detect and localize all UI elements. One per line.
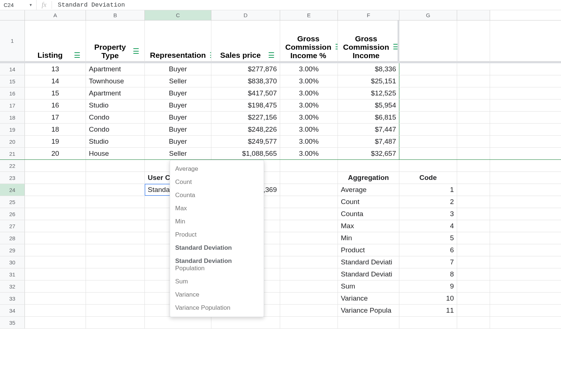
cell-aggregation[interactable] <box>338 317 399 328</box>
cell-sales-price[interactable]: $227,156 <box>211 112 280 123</box>
cell[interactable] <box>457 293 490 304</box>
row-header[interactable]: 31 <box>0 268 25 280</box>
cell-aggregation[interactable]: Max <box>338 220 399 232</box>
cell-code[interactable]: 11 <box>399 305 457 316</box>
col-header-A[interactable]: A <box>25 10 86 20</box>
cell[interactable] <box>86 160 145 172</box>
cell[interactable] <box>86 305 145 316</box>
cell-code[interactable]: 10 <box>399 293 457 304</box>
col-header-B[interactable]: B <box>86 10 145 20</box>
row-header[interactable]: 32 <box>0 280 25 292</box>
cell-listing[interactable]: 15 <box>25 87 86 99</box>
cell-gci[interactable]: $5,954 <box>338 99 399 111</box>
row-header[interactable]: 15 <box>0 75 25 87</box>
cell-code[interactable]: 2 <box>399 196 457 208</box>
col-header-F[interactable]: F <box>338 10 399 20</box>
col-header-D[interactable]: D <box>211 10 280 20</box>
cell-representation[interactable]: Buyer <box>145 136 211 147</box>
filter-icon[interactable]: ☰ <box>74 51 80 60</box>
cell[interactable] <box>457 184 490 196</box>
cell-aggregation[interactable]: Product <box>338 244 399 256</box>
row-header[interactable]: 33 <box>0 293 25 304</box>
cell-code[interactable]: 6 <box>399 244 457 256</box>
cell-representation[interactable]: Seller <box>145 75 211 87</box>
cell[interactable] <box>457 160 490 172</box>
cell[interactable] <box>399 87 457 99</box>
cell[interactable] <box>399 148 457 159</box>
dropdown-item[interactable]: Counta <box>170 189 264 202</box>
cell-property-type[interactable]: Apartment <box>86 63 145 75</box>
cell[interactable] <box>338 160 399 172</box>
cell[interactable] <box>25 232 86 244</box>
cell-sales-price[interactable]: $249,577 <box>211 136 280 147</box>
header-property-type[interactable]: Property Type☰ <box>86 20 145 61</box>
cell-listing[interactable]: 19 <box>25 136 86 147</box>
cell-representation[interactable]: Buyer <box>145 87 211 99</box>
dropdown-item[interactable]: Average <box>170 162 264 176</box>
select-all-corner[interactable] <box>0 10 25 20</box>
header-gci-pct[interactable]: Gross Commission Income %☰ <box>280 20 338 61</box>
cell-sales-price[interactable]: $277,876 <box>211 63 280 75</box>
cell-representation[interactable]: Buyer <box>145 99 211 111</box>
cell-gci[interactable]: $7,447 <box>338 124 399 135</box>
cell[interactable] <box>399 136 457 147</box>
cell[interactable] <box>280 184 338 196</box>
cell[interactable] <box>457 172 490 184</box>
dropdown-item[interactable]: Max <box>170 202 264 215</box>
filter-icon[interactable]: ☰ <box>268 51 275 60</box>
cell[interactable] <box>457 317 490 328</box>
header-sales-price[interactable]: Sales price☰ <box>211 20 280 61</box>
cell[interactable] <box>399 75 457 87</box>
cell-code[interactable]: 7 <box>399 256 457 268</box>
cell[interactable] <box>399 99 457 111</box>
row-header[interactable]: 34 <box>0 305 25 316</box>
cell-property-type[interactable]: Studio <box>86 136 145 147</box>
cell[interactable] <box>280 293 338 304</box>
cell[interactable] <box>86 172 145 184</box>
dropdown-item[interactable]: Standard Deviation Population <box>170 255 264 275</box>
cell-code[interactable]: 5 <box>399 232 457 244</box>
cell-sales-price[interactable]: $248,226 <box>211 124 280 135</box>
cell-gci-pct[interactable]: 3.00% <box>280 148 338 159</box>
row-header[interactable]: 20 <box>0 136 25 147</box>
cell-gci[interactable]: $12,525 <box>338 87 399 99</box>
cell-representation[interactable]: Seller <box>145 148 211 159</box>
cell[interactable] <box>86 268 145 280</box>
row-header[interactable]: 26 <box>0 208 25 220</box>
cell-sales-price[interactable]: $838,370 <box>211 75 280 87</box>
cell[interactable] <box>457 136 490 147</box>
cell-gci[interactable]: $6,815 <box>338 112 399 123</box>
cell[interactable] <box>145 317 211 328</box>
cell-code[interactable]: 8 <box>399 268 457 280</box>
cell[interactable] <box>86 220 145 232</box>
col-header-C[interactable]: C <box>145 10 211 20</box>
dropdown-item[interactable]: Variance Population <box>170 301 264 314</box>
cell[interactable] <box>280 256 338 268</box>
aggregation-label[interactable]: Aggregation <box>338 172 399 184</box>
cell-listing[interactable]: 20 <box>25 148 86 159</box>
cell[interactable] <box>280 280 338 292</box>
cell-aggregation[interactable]: Counta <box>338 208 399 220</box>
cell-property-type[interactable]: Apartment <box>86 87 145 99</box>
dropdown-item[interactable]: Standard Deviation <box>170 241 264 255</box>
cell-listing[interactable]: 16 <box>25 99 86 111</box>
cell[interactable] <box>457 20 490 61</box>
cell[interactable] <box>457 196 490 208</box>
row-header[interactable]: 21 <box>0 148 25 159</box>
row-header[interactable]: 35 <box>0 317 25 328</box>
cell[interactable] <box>25 244 86 256</box>
cell-gci-pct[interactable]: 3.00% <box>280 63 338 75</box>
cell[interactable] <box>280 317 338 328</box>
cell[interactable] <box>25 268 86 280</box>
cell[interactable] <box>457 232 490 244</box>
cell-G24[interactable]: 1 <box>399 184 457 196</box>
cell[interactable] <box>280 220 338 232</box>
cell-code[interactable] <box>399 317 457 328</box>
row-header[interactable]: 16 <box>0 87 25 99</box>
cell-gci-pct[interactable]: 3.00% <box>280 124 338 135</box>
cell[interactable] <box>399 20 457 61</box>
code-label[interactable]: Code <box>399 172 457 184</box>
cell-gci[interactable]: $8,336 <box>338 63 399 75</box>
header-listing[interactable]: Listing☰ <box>25 20 86 61</box>
cell-aggregation[interactable]: Standard Deviati <box>338 256 399 268</box>
